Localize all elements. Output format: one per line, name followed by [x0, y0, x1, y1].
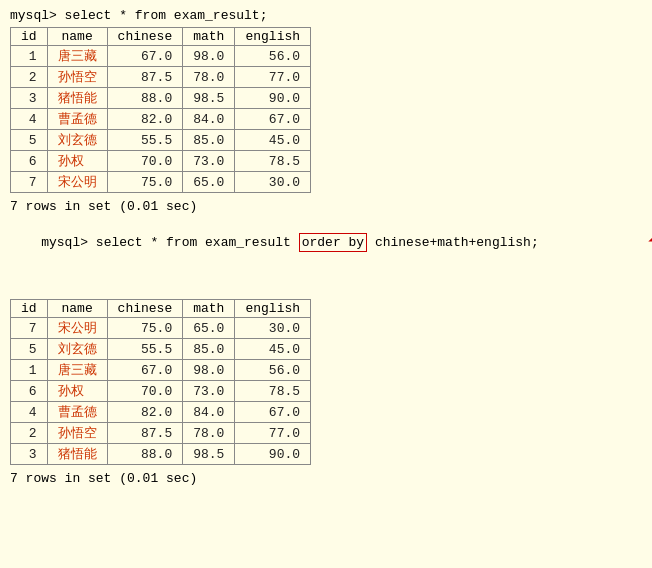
cell-math: 98.5: [183, 88, 235, 109]
cell-math: 85.0: [183, 130, 235, 151]
query2-header-row: id name chinese math english: [11, 300, 311, 318]
query1-prompt: mysql> select * from exam_result;: [10, 8, 642, 23]
cell-name: 宋公明: [47, 318, 107, 339]
order-by-box: order by: [299, 233, 367, 252]
table-row: 7宋公明75.065.030.0: [11, 172, 311, 193]
cell-math: 84.0: [183, 402, 235, 423]
cell-english: 30.0: [235, 172, 311, 193]
col-header-id: id: [11, 28, 48, 46]
cell-name: 孙悟空: [47, 423, 107, 444]
cell-id: 2: [11, 423, 48, 444]
cell-id: 3: [11, 444, 48, 465]
cell-math: 78.0: [183, 423, 235, 444]
cell-english: 78.5: [235, 151, 311, 172]
cell-id: 3: [11, 88, 48, 109]
red-arrow-icon: [642, 218, 652, 246]
cell-id: 6: [11, 381, 48, 402]
cell-chinese: 87.5: [107, 423, 183, 444]
cell-math: 98.0: [183, 360, 235, 381]
table-row: 4曹孟德82.084.067.0: [11, 402, 311, 423]
col2-header-english: english: [235, 300, 311, 318]
query2-table-wrapper: id name chinese math english 7宋公明75.065.…: [10, 299, 642, 465]
cell-chinese: 67.0: [107, 46, 183, 67]
table-row: 6孙权70.073.078.5: [11, 381, 311, 402]
cell-english: 90.0: [235, 444, 311, 465]
cell-math: 73.0: [183, 151, 235, 172]
cell-name: 唐三藏: [47, 360, 107, 381]
cell-math: 78.0: [183, 67, 235, 88]
cell-english: 77.0: [235, 67, 311, 88]
cell-name: 宋公明: [47, 172, 107, 193]
cell-id: 7: [11, 318, 48, 339]
cell-chinese: 75.0: [107, 172, 183, 193]
query2-table: id name chinese math english 7宋公明75.065.…: [10, 299, 311, 465]
col2-header-chinese: chinese: [107, 300, 183, 318]
cell-name: 刘玄德: [47, 339, 107, 360]
query2-prompt-before: mysql> select * from exam_result: [41, 235, 298, 250]
table-row: 2孙悟空87.578.077.0: [11, 423, 311, 444]
cell-chinese: 82.0: [107, 109, 183, 130]
col-header-math: math: [183, 28, 235, 46]
cell-chinese: 87.5: [107, 67, 183, 88]
table-row: 3猪悟能88.098.590.0: [11, 88, 311, 109]
table-row: 1唐三藏67.098.056.0: [11, 46, 311, 67]
cell-english: 77.0: [235, 423, 311, 444]
cell-chinese: 88.0: [107, 444, 183, 465]
cell-id: 5: [11, 130, 48, 151]
cell-name: 猪悟能: [47, 444, 107, 465]
cell-id: 6: [11, 151, 48, 172]
cell-name: 唐三藏: [47, 46, 107, 67]
query1-table-wrapper: id name chinese math english 1唐三藏67.098.…: [10, 27, 642, 193]
cell-chinese: 70.0: [107, 151, 183, 172]
cell-id: 4: [11, 109, 48, 130]
table-row: 7宋公明75.065.030.0: [11, 318, 311, 339]
cell-name: 孙悟空: [47, 67, 107, 88]
cell-chinese: 88.0: [107, 88, 183, 109]
query1-result: 7 rows in set (0.01 sec): [10, 199, 642, 214]
cell-math: 84.0: [183, 109, 235, 130]
cell-english: 56.0: [235, 46, 311, 67]
table-row: 2孙悟空87.578.077.0: [11, 67, 311, 88]
cell-math: 65.0: [183, 172, 235, 193]
cell-math: 65.0: [183, 318, 235, 339]
cell-english: 45.0: [235, 130, 311, 151]
cell-name: 孙权: [47, 381, 107, 402]
cell-id: 4: [11, 402, 48, 423]
cell-english: 45.0: [235, 339, 311, 360]
cell-english: 67.0: [235, 402, 311, 423]
col2-header-name: name: [47, 300, 107, 318]
query1-section: mysql> select * from exam_result; id nam…: [10, 8, 642, 214]
table-row: 1唐三藏67.098.056.0: [11, 360, 311, 381]
cell-english: 30.0: [235, 318, 311, 339]
query1-table: id name chinese math english 1唐三藏67.098.…: [10, 27, 311, 193]
query2-result: 7 rows in set (0.01 sec): [10, 471, 642, 486]
cell-id: 5: [11, 339, 48, 360]
col2-header-math: math: [183, 300, 235, 318]
cell-english: 67.0: [235, 109, 311, 130]
query2-prompt: mysql> select * from exam_result order b…: [10, 220, 642, 295]
table-row: 6孙权70.073.078.5: [11, 151, 311, 172]
cell-chinese: 55.5: [107, 339, 183, 360]
col-header-english: english: [235, 28, 311, 46]
cell-name: 刘玄德: [47, 130, 107, 151]
cell-math: 85.0: [183, 339, 235, 360]
table-row: 3猪悟能88.098.590.0: [11, 444, 311, 465]
cell-name: 曹孟德: [47, 402, 107, 423]
col-header-name: name: [47, 28, 107, 46]
cell-chinese: 75.0: [107, 318, 183, 339]
cell-english: 56.0: [235, 360, 311, 381]
cell-id: 2: [11, 67, 48, 88]
table-row: 5刘玄德55.585.045.0: [11, 130, 311, 151]
col-header-chinese: chinese: [107, 28, 183, 46]
cell-name: 曹孟德: [47, 109, 107, 130]
cell-chinese: 67.0: [107, 360, 183, 381]
cell-chinese: 82.0: [107, 402, 183, 423]
cell-chinese: 70.0: [107, 381, 183, 402]
cell-english: 78.5: [235, 381, 311, 402]
cell-math: 73.0: [183, 381, 235, 402]
query2-prompt-after: chinese+math+english;: [367, 235, 539, 250]
table-row: 4曹孟德82.084.067.0: [11, 109, 311, 130]
cell-chinese: 55.5: [107, 130, 183, 151]
query2-section: mysql> select * from exam_result order b…: [10, 220, 642, 486]
cell-math: 98.0: [183, 46, 235, 67]
